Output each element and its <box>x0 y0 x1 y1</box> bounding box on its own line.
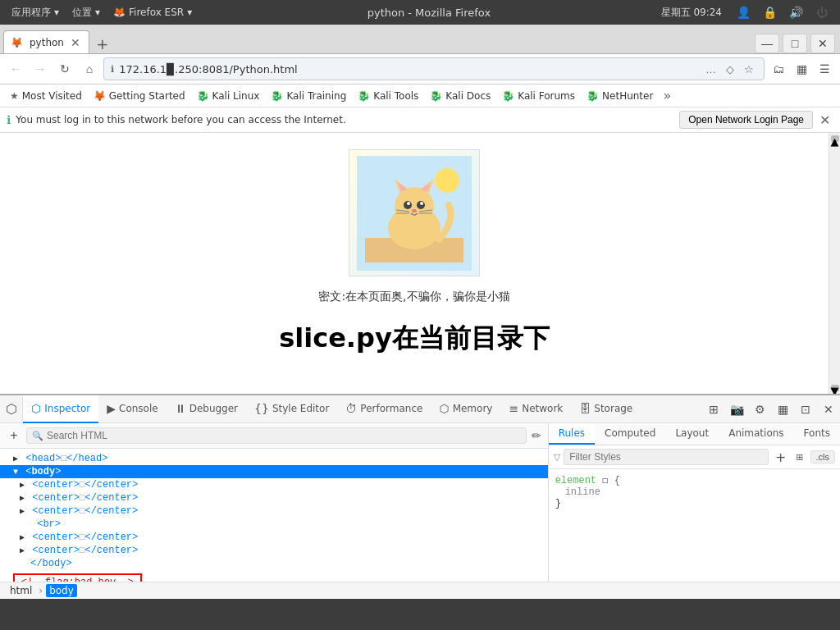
html-center-3[interactable]: ▶ <center>□</center> <box>0 504 548 518</box>
cls-button[interactable]: .cls <box>810 450 836 463</box>
styles-tab-rules[interactable]: Rules <box>549 423 595 445</box>
html-head-node[interactable]: ▶ <head>□</head> <box>0 452 548 465</box>
sidebar-button[interactable]: ▦ <box>791 58 812 80</box>
volume-button[interactable]: 🔊 <box>784 4 807 21</box>
devtools-dock-button[interactable]: ▦ <box>771 398 794 421</box>
getting-started-icon: 🦊 <box>94 90 106 102</box>
styles-tab-fonts[interactable]: Fonts <box>794 423 840 445</box>
scrollbar[interactable]: ▲ ▼ <box>829 133 840 394</box>
bookmark-kali-tools[interactable]: 🐉 Kali Tools <box>353 89 423 103</box>
bookmark-kali-forums[interactable]: 🐉 Kali Forums <box>497 89 580 103</box>
bookmark-kali-training[interactable]: 🐉 Kali Training <box>266 89 351 103</box>
titlebar: 应用程序 ▾ 位置 ▾ 🦊 Firefox ESR ▾ python - Moz… <box>0 0 840 25</box>
devtools-undock-button[interactable]: ⊡ <box>794 398 817 421</box>
pocket-button[interactable]: ◇ <box>723 62 737 77</box>
power-button[interactable]: ⏻ <box>810 4 833 21</box>
tag-head: <head> <box>25 453 61 464</box>
bookmark-kali-docs[interactable]: 🐉 Kali Docs <box>425 89 495 103</box>
html-center-1[interactable]: ▶ <center>□</center> <box>0 478 548 491</box>
styles-tab-layout[interactable]: Layout <box>665 423 719 445</box>
places-menu[interactable]: 位置 ▾ <box>67 4 105 21</box>
html-body-node[interactable]: ▼ <body> <box>0 465 548 478</box>
bookmarks-bar: ★ Most Visited 🦊 Getting Started 🐉 Kali … <box>0 84 840 107</box>
breadcrumb-body[interactable]: body <box>46 584 77 597</box>
styles-tab-computed[interactable]: Computed <box>595 423 665 445</box>
browser-tab-python[interactable]: 🦊 python ✕ <box>3 30 89 53</box>
html-tree: ▶ <head>□</head> ▼ <body> ▶ <center>□</c… <box>0 449 548 582</box>
devtools-tab-style-editor[interactable]: {} Style Editor <box>246 395 337 423</box>
breadcrumb-separator: › <box>39 585 43 596</box>
devtools-responsive-button[interactable]: ⊞ <box>702 398 725 421</box>
window-minimize-button[interactable]: — <box>755 34 779 53</box>
window-maximize-button[interactable]: □ <box>783 34 807 53</box>
html-flag-line[interactable]: <!--flag:bad_boy--> <box>7 572 541 582</box>
new-tab-button[interactable]: + <box>93 34 112 53</box>
menu-button[interactable]: ☰ <box>814 58 835 80</box>
devtools-tab-performance[interactable]: ⏱ Performance <box>337 395 431 423</box>
bookmark-nethunter[interactable]: 🐉 NetHunter <box>582 89 658 103</box>
devtools-pick-element-button[interactable]: ⬡ <box>0 398 23 421</box>
devtools-screenshot-button[interactable]: 📷 <box>725 398 748 421</box>
more-bookmarks-button[interactable]: » <box>660 86 674 105</box>
url-text: 172.16.1▉.250:8081/Python.html <box>119 63 697 75</box>
storage-icon: 🗄 <box>579 402 591 415</box>
reload-button[interactable]: ↻ <box>54 58 75 80</box>
triangle-center5-icon: ▶ <box>20 546 25 555</box>
forward-button[interactable]: → <box>30 58 51 80</box>
bookmark-most-visited[interactable]: ★ Most Visited <box>5 89 87 103</box>
html-search-input[interactable] <box>47 430 521 441</box>
app-menu[interactable]: 应用程序 ▾ <box>7 4 64 21</box>
styles-tab-animations[interactable]: Animations <box>719 423 793 445</box>
devtools-tab-memory[interactable]: ⬡ Memory <box>431 395 500 423</box>
devtools-statusbar: html › body <box>0 582 840 599</box>
titlebar-right: 星期五 09:24 👤 🔒 🔊 ⏻ <box>661 4 833 21</box>
performance-icon: ⏱ <box>345 402 357 415</box>
open-login-button[interactable]: Open Network Login Page <box>679 111 813 129</box>
rules-tab-label: Rules <box>559 427 585 439</box>
html-add-button[interactable]: + <box>5 427 23 445</box>
bookmark-star-button[interactable]: ☆ <box>741 62 757 77</box>
tab-close-button[interactable]: ✕ <box>69 36 82 49</box>
tag-center-5: <center> <box>32 545 80 556</box>
bookmark-kali-linux[interactable]: 🐉 Kali Linux <box>192 89 265 103</box>
tab-title: python <box>30 37 64 48</box>
back-button[interactable]: ← <box>5 58 26 80</box>
animations-tab-label: Animations <box>728 427 783 439</box>
bookmark-getting-started[interactable]: 🦊 Getting Started <box>89 89 190 103</box>
network-warning-icon: ℹ <box>7 113 11 126</box>
breadcrumb-html[interactable]: html <box>7 584 35 597</box>
console-icon: ▶ <box>107 402 116 415</box>
add-style-rule-button[interactable]: + <box>772 450 789 465</box>
layout-tab-label: Layout <box>675 427 709 439</box>
close-warning-button[interactable]: ✕ <box>816 112 833 128</box>
html-edit-button[interactable]: ✏ <box>530 427 543 444</box>
devtools-tab-debugger[interactable]: ⏸ Debugger <box>167 395 246 423</box>
lock-button[interactable]: 🔒 <box>758 4 781 21</box>
close-brace: } <box>555 498 561 509</box>
firefox-menu[interactable]: 🦊 Firefox ESR ▾ <box>108 5 197 20</box>
html-search-box[interactable]: 🔍 <box>26 427 527 444</box>
html-center-2[interactable]: ▶ <center>□</center> <box>0 491 548 504</box>
html-center-4[interactable]: ▶ <center>□</center> <box>0 531 548 544</box>
home-button[interactable]: ⌂ <box>79 58 100 80</box>
devtools-tab-storage[interactable]: 🗄 Storage <box>571 395 641 423</box>
devtools-tab-inspector[interactable]: ⬡ Inspector <box>23 395 98 423</box>
devtools-close-button[interactable]: ✕ <box>817 398 840 421</box>
window-close-button[interactable]: ✕ <box>810 34 835 53</box>
devtools-tab-console[interactable]: ▶ Console <box>98 395 166 423</box>
library-button[interactable]: 🗂 <box>768 58 789 80</box>
kali-linux-icon: 🐉 <box>197 90 209 102</box>
open-login-label: Open Network Login Page <box>688 114 804 126</box>
devtools-settings-button[interactable]: ⚙ <box>748 398 771 421</box>
format-style-button[interactable]: ⊞ <box>792 452 806 463</box>
html-center-5[interactable]: ▶ <center>□</center> <box>0 544 548 557</box>
html-br-node[interactable]: <br> <box>0 518 548 531</box>
filter-styles-input[interactable] <box>564 449 769 465</box>
places-menu-arrow: ▾ <box>95 7 100 18</box>
url-bar[interactable]: ℹ 172.16.1▉.250:8081/Python.html … ◇ ☆ <box>103 57 765 80</box>
tag-center-1: <center> <box>32 479 80 491</box>
overflow-button[interactable]: … <box>702 62 719 77</box>
devtools-tab-network[interactable]: ≡ Network <box>500 395 571 423</box>
html-body-close-node[interactable]: </body> <box>0 557 548 570</box>
minimize-button[interactable]: 👤 <box>732 4 755 21</box>
